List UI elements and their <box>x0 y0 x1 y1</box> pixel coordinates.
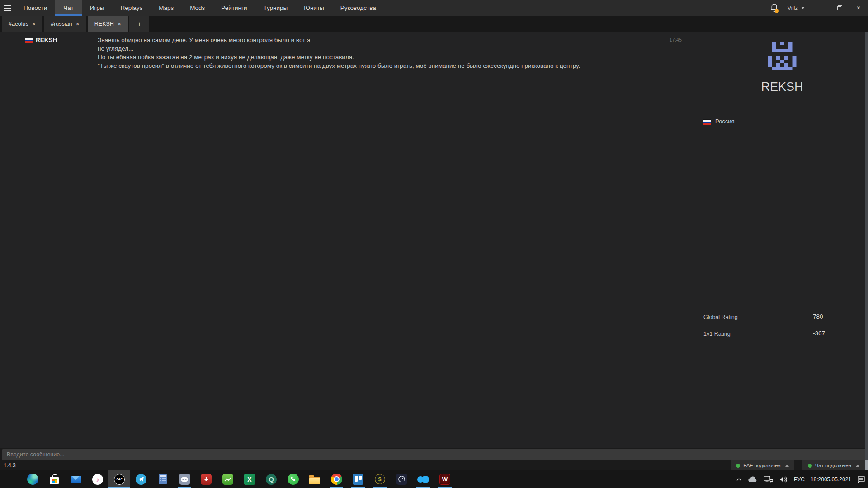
message-line: Знаешь обидно на самом деле. У меня очен… <box>98 36 660 44</box>
message-input[interactable] <box>2 449 866 460</box>
music-player-icon: ♪ <box>92 474 103 485</box>
faf-client-window: Новости Чат Игры Replays Maps Mods Рейти… <box>0 0 868 488</box>
sender-name[interactable]: REKSH <box>36 37 57 43</box>
tray-chevron-up-icon[interactable] <box>736 477 742 482</box>
taskbar-blue-app[interactable] <box>412 470 434 488</box>
dollar-app-icon: $ <box>375 474 385 484</box>
nav-item-games[interactable]: Игры <box>82 0 113 16</box>
restore-button[interactable] <box>830 0 849 16</box>
taskbar-whatsapp[interactable] <box>282 470 304 488</box>
composer-bar <box>0 448 868 460</box>
taskbar-calculator[interactable] <box>152 470 174 488</box>
telegram-icon <box>136 474 146 485</box>
close-icon: ✕ <box>856 5 861 11</box>
faf-connection-status[interactable]: FAF подключен <box>731 460 794 470</box>
menu-icon[interactable] <box>0 0 15 16</box>
w-app-icon: W <box>439 474 450 485</box>
language-indicator[interactable]: РУС <box>794 476 805 483</box>
chevron-up-icon <box>785 465 789 467</box>
system-tray: РУС 18:20 05.05.2021 <box>736 470 865 488</box>
tab-reksh[interactable]: REKSH ✕ <box>88 16 128 32</box>
network-icon[interactable] <box>764 476 773 483</box>
close-tab-icon[interactable]: ✕ <box>75 22 79 27</box>
download-app-icon <box>201 474 212 485</box>
whatsapp-icon <box>288 474 299 485</box>
excel-icon: X <box>244 474 255 485</box>
taskbar-edge[interactable] <box>22 470 43 488</box>
microsoft-store-icon <box>50 477 59 484</box>
trello-icon <box>353 474 363 485</box>
nav-item-ratings[interactable]: Рейтинги <box>213 0 255 16</box>
global-rating-value: 780 <box>813 313 823 320</box>
edge-browser-icon <box>27 474 38 485</box>
taskbar-excel[interactable]: X <box>239 470 260 488</box>
nav-item-replays[interactable]: Replays <box>113 0 151 16</box>
minimize-icon <box>818 8 823 9</box>
profile-country: Россия <box>703 118 735 125</box>
sidebar-scrollbar[interactable] <box>865 32 868 460</box>
user-menu[interactable]: Villz <box>781 0 811 16</box>
tray-time: 18:20 <box>811 476 824 483</box>
taskbar-explorer[interactable] <box>304 470 326 488</box>
message-line: не углядел... <box>98 44 660 53</box>
status-dot-icon <box>736 464 740 468</box>
nav-item-mods[interactable]: Mods <box>182 0 213 16</box>
blue-app-icon <box>417 476 429 483</box>
tray-date: 05.05.2021 <box>824 476 851 483</box>
restore-icon <box>837 5 843 11</box>
new-tab-button[interactable]: + <box>129 16 149 32</box>
tab-russian[interactable]: #russian ✕ <box>44 16 86 32</box>
mail-icon <box>71 476 81 483</box>
nav-item-units[interactable]: Юниты <box>296 0 332 16</box>
taskbar-music[interactable]: ♪ <box>87 470 108 488</box>
close-button[interactable]: ✕ <box>849 0 868 16</box>
volume-icon[interactable] <box>779 476 788 483</box>
client-version: 1.4.3 <box>4 460 16 470</box>
russia-flag-icon <box>25 38 33 43</box>
ladder-rating-row: 1v1 Rating -367 <box>703 331 859 337</box>
notifications-bell-icon[interactable] <box>767 0 781 16</box>
windows-logo-icon <box>7 475 15 483</box>
message-area: REKSH Знаешь обидно на самом деле. У мен… <box>0 32 696 448</box>
calculator-icon <box>159 474 167 484</box>
close-tab-icon[interactable]: ✕ <box>118 22 121 27</box>
action-center-icon[interactable] <box>857 475 865 483</box>
scrollbar-grip[interactable] <box>865 460 868 470</box>
taskbar-chrome[interactable] <box>326 470 347 488</box>
nav-item-maps[interactable]: Maps <box>151 0 182 16</box>
taskbar-faf[interactable]: FAF <box>108 470 130 488</box>
nav-item-chat[interactable]: Чат <box>55 0 81 16</box>
taskbar-q-app[interactable]: Q <box>260 470 282 488</box>
onedrive-cloud-icon[interactable] <box>748 476 758 483</box>
message-text: Знаешь обидно на самом деле. У меня очен… <box>98 36 660 70</box>
chevron-up-icon <box>856 465 859 467</box>
taskbar-mail[interactable] <box>65 470 87 488</box>
tab-aeolus[interactable]: #aeolus ✕ <box>2 16 42 32</box>
nav-item-news[interactable]: Новости <box>15 0 55 16</box>
profile-avatar <box>768 42 797 70</box>
nav-item-tournaments[interactable]: Турниры <box>255 0 296 16</box>
taskbar-trello[interactable] <box>347 470 369 488</box>
taskbar-store[interactable] <box>43 470 65 488</box>
message-sender: REKSH <box>0 36 98 70</box>
start-button[interactable] <box>0 470 22 488</box>
taskbar-w-app[interactable]: W <box>434 470 456 488</box>
taskbar-downloads[interactable] <box>195 470 217 488</box>
taskbar-telegram[interactable] <box>130 470 152 488</box>
stocks-app-icon <box>222 474 233 485</box>
taskbar-finance[interactable]: $ <box>369 470 391 488</box>
taskbar-stocks[interactable] <box>217 470 239 488</box>
nav-right-cluster: Villz ✕ <box>767 0 868 16</box>
speedtest-gauge-icon <box>396 474 407 485</box>
nav-item-guides[interactable]: Руководства <box>332 0 384 16</box>
chat-connection-status[interactable]: Чат подключен <box>802 460 865 470</box>
minimize-button[interactable] <box>811 0 830 16</box>
close-tab-icon[interactable]: ✕ <box>32 22 36 27</box>
taskbar-speedtest[interactable] <box>391 470 412 488</box>
chat-content: REKSH Знаешь обидно на самом деле. У мен… <box>0 32 868 448</box>
q-app-icon: Q <box>266 474 277 485</box>
tray-clock[interactable]: 18:20 05.05.2021 <box>811 476 851 483</box>
taskbar-discord[interactable] <box>174 470 195 488</box>
discord-icon <box>179 474 190 485</box>
status-dot-icon <box>808 464 812 468</box>
